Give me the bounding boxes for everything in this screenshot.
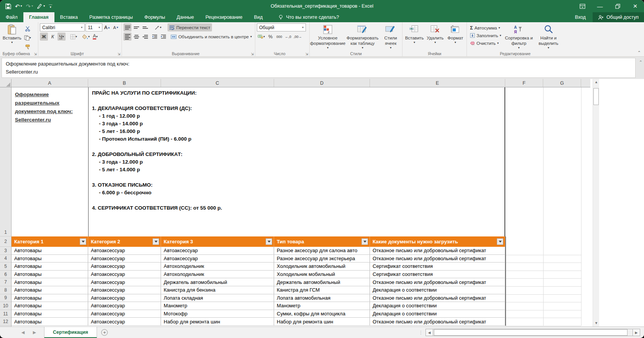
table-cell[interactable]: Канистра для бензина: [161, 286, 274, 294]
font-color-icon[interactable]: А▾: [91, 33, 99, 41]
scroll-left-icon[interactable]: ◀: [426, 329, 433, 336]
copy-icon[interactable]: ▾: [23, 34, 32, 42]
grid-body[interactable]: 123456789101112 Оформление разрешительны…: [0, 87, 590, 327]
table-cell[interactable]: Декларация о соответствии: [370, 302, 505, 310]
autosum-button[interactable]: Σ Автосумма▾: [468, 24, 503, 31]
table-cell[interactable]: Автотовары: [12, 286, 88, 294]
close-button[interactable]: ×: [626, 0, 644, 12]
table-cell[interactable]: Отказное письмо или добровольный сертифи…: [370, 255, 505, 263]
table-cell[interactable]: Отказное письмо или добровольный сертифи…: [370, 278, 505, 286]
row-header-4[interactable]: 4: [0, 255, 11, 263]
table-cell[interactable]: Автотовары: [12, 302, 88, 310]
tab-Файл[interactable]: Файл: [0, 12, 23, 22]
table-cell[interactable]: Отказное письмо или добровольный сертифи…: [370, 247, 505, 254]
orientation-icon[interactable]: ▾: [154, 23, 162, 31]
table-cell[interactable]: Набор для ремонта шин: [274, 318, 370, 325]
font-size-combo[interactable]: 11▾: [85, 23, 102, 31]
align-bottom-icon[interactable]: [141, 23, 149, 31]
font-family-combo[interactable]: Calibri▾: [40, 23, 85, 31]
table-cell[interactable]: Автотовары: [12, 294, 88, 302]
vertical-scroll-thumb[interactable]: [593, 88, 599, 105]
tab-Рецензирование[interactable]: Рецензирование: [200, 12, 248, 22]
table-cell[interactable]: Отказное письмо или добровольный сертифи…: [370, 318, 505, 325]
align-top-icon[interactable]: [123, 23, 131, 31]
table-cell[interactable]: Автотовары: [12, 247, 88, 254]
cut-icon[interactable]: [23, 25, 32, 33]
ribbon-display-options-icon[interactable]: [573, 0, 591, 12]
table-cell[interactable]: Разное аксессуар для салона авто: [274, 247, 370, 254]
increase-decimal-button[interactable]: ←,0: [284, 33, 292, 41]
ink-pen-icon[interactable]: ▾: [37, 3, 45, 9]
horizontal-scrollbar[interactable]: ◀ ▶: [426, 327, 644, 338]
table-cell[interactable]: Сумки, кофры для мотоцикла: [274, 310, 370, 318]
scroll-up-icon[interactable]: ▲: [593, 80, 600, 84]
italic-button[interactable]: К: [49, 33, 57, 41]
sort-filter-button[interactable]: АЯ Сортировка и фильтр ▾: [503, 23, 534, 50]
table-cell[interactable]: Лопата складная: [161, 294, 274, 302]
insert-cells-button[interactable]: Вставить ▾: [404, 23, 425, 45]
formula-input[interactable]: Оформление разрешительных документов под…: [2, 58, 636, 78]
table-cell[interactable]: Канистра для ГСМ: [274, 286, 370, 294]
table-cell[interactable]: Автоаксессуар: [88, 318, 161, 325]
comma-style-button[interactable]: 000: [275, 33, 283, 41]
tab-Формулы[interactable]: Формулы: [138, 12, 171, 22]
bold-button[interactable]: Ж: [40, 33, 48, 41]
scroll-right-icon[interactable]: ▶: [632, 329, 640, 336]
row-header-12[interactable]: 12: [0, 318, 11, 326]
column-header-G[interactable]: G: [543, 79, 581, 87]
table-cell[interactable]: Мотокофр: [161, 310, 274, 318]
table-cell[interactable]: Автохолодильник: [161, 263, 274, 270]
row-header-3[interactable]: 3: [0, 247, 11, 255]
row-header-1[interactable]: 1: [0, 87, 11, 236]
table-cell[interactable]: Декларация о соответствии: [370, 310, 505, 318]
row-header-6[interactable]: 6: [0, 271, 11, 279]
tell-me-box[interactable]: Что вы хотите сделать?: [278, 12, 339, 22]
table-cell[interactable]: Отказное письмо или добровольный сертифи…: [370, 294, 505, 302]
share-button[interactable]: Общий доступ: [593, 12, 644, 22]
row-header-11[interactable]: 11: [0, 310, 11, 318]
dialog-launcher-icon[interactable]: ⇲: [305, 52, 308, 56]
filter-dropdown-icon[interactable]: [153, 238, 159, 245]
align-center-icon[interactable]: [132, 33, 140, 41]
row-header-7[interactable]: 7: [0, 278, 11, 286]
align-middle-icon[interactable]: [132, 23, 140, 31]
redo-icon[interactable]: ↷▾: [26, 3, 33, 9]
tab-Главная[interactable]: Главная: [23, 12, 54, 22]
table-cell[interactable]: Автотовары: [12, 271, 88, 278]
tab-scroll-grip[interactable]: ⋮: [419, 327, 426, 338]
table-cell[interactable]: Автоаксессуар: [88, 255, 161, 263]
percent-style-button[interactable]: %: [266, 33, 274, 41]
grow-font-button[interactable]: А▲: [103, 23, 111, 31]
column-header-C[interactable]: C: [161, 79, 274, 87]
table-cell[interactable]: Лопата автомобильная: [274, 294, 370, 302]
paste-button[interactable]: Вставить ▾: [2, 23, 23, 45]
table-cell[interactable]: Автоаксессуар: [161, 247, 274, 254]
underline-button[interactable]: Ч▾: [58, 33, 66, 41]
accounting-format-icon[interactable]: ▾: [257, 33, 266, 41]
customize-qat-icon[interactable]: ―▾: [49, 4, 52, 9]
collapse-formula-bar-icon[interactable]: ⌃: [639, 60, 642, 65]
dialog-launcher-icon[interactable]: ⇲: [117, 52, 120, 56]
find-select-button[interactable]: Найти и выделить ▾: [535, 23, 562, 50]
merge-center-button[interactable]: Объединить и поместить в центре ▾: [169, 33, 253, 41]
dialog-launcher-icon[interactable]: ⇲: [251, 52, 254, 56]
wrap-text-button[interactable]: Перенести текст: [168, 23, 212, 31]
row-header-5[interactable]: 5: [0, 263, 11, 271]
table-cell[interactable]: Автотовары: [12, 278, 88, 286]
table-cell[interactable]: Держатель автомобильный: [274, 278, 370, 286]
next-sheet-icon[interactable]: ▶: [29, 327, 40, 338]
table-cell[interactable]: Манометр: [161, 302, 274, 310]
prev-sheet-icon[interactable]: ◀: [17, 327, 29, 338]
format-painter-icon[interactable]: [23, 43, 32, 51]
clear-button[interactable]: Очистить▾: [468, 39, 503, 47]
undo-icon[interactable]: ↶▾: [15, 3, 22, 9]
row-header-8[interactable]: 8: [0, 286, 11, 294]
row-header-9[interactable]: 9: [0, 294, 11, 302]
table-cell[interactable]: Автоаксессуар: [88, 310, 161, 318]
tab-Данные[interactable]: Данные: [171, 12, 200, 22]
table-cell[interactable]: Автотовары: [12, 255, 88, 263]
table-cell[interactable]: Манометр: [274, 302, 370, 310]
fill-color-icon[interactable]: ▾: [82, 33, 90, 41]
shrink-font-button[interactable]: А▼: [112, 23, 120, 31]
table-cell[interactable]: Автоаксессуар: [88, 247, 161, 254]
